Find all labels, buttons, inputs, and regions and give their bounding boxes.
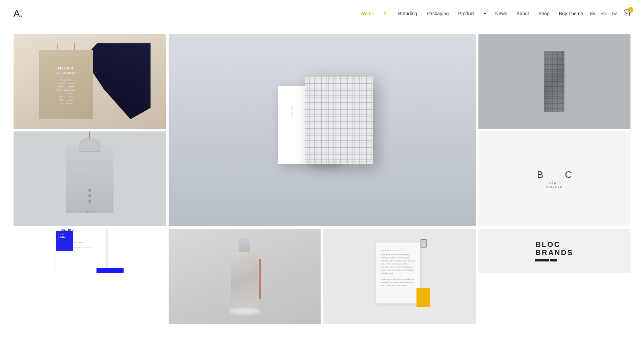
branch-c-letter: C: [565, 169, 572, 180]
social-links: Be. Fb. Tw.: [590, 11, 618, 16]
grid-item-book[interactable]: AVIKA: [169, 34, 476, 226]
look-blue-design: [96, 268, 124, 273]
print-text-block: SUMMER MORNINGS Lorem ipsum dolor sit am…: [376, 242, 420, 294]
print-visual: SUMMER MORNINGS Lorem ipsum dolor sit am…: [369, 239, 430, 314]
jacket-button-3: [88, 200, 91, 203]
nav-buy-theme[interactable]: Buy Theme: [559, 11, 583, 16]
main-content: INTER 19.10.2016 Martin Åren Aron Jelo B…: [0, 27, 644, 331]
branch-logo-line: B C: [537, 169, 572, 180]
portfolio-grid: INTER 19.10.2016 Martin Åren Aron Jelo B…: [14, 34, 630, 324]
branch-middle-line: [544, 175, 564, 175]
bloc-bars: [535, 259, 573, 261]
twitter-link[interactable]: Tw.: [611, 11, 618, 16]
bottle-neck: [239, 238, 250, 252]
bloc-bar-wide: [535, 259, 549, 261]
tote-bag-body: INTER 19.10.2016 Martin Åren Aron Jelo B…: [39, 50, 93, 119]
bottle-visual: [229, 238, 260, 315]
branch-creative-logo: B C branchcreative: [537, 169, 572, 188]
tote-names: Martin Åren Aron Jelo Bruneau Bureau Nil…: [57, 79, 75, 105]
nav-news[interactable]: News: [495, 11, 507, 16]
cube-pattern: [544, 51, 564, 112]
print-header-label: SUMMER MORNINGS: [381, 249, 415, 251]
tote-date: 19.10.2016: [57, 71, 75, 75]
bottle-body: [231, 252, 258, 306]
branch-b-letter: B: [537, 169, 543, 180]
hanger-line: [89, 131, 90, 138]
jacket-hood: [80, 138, 100, 152]
book-pattern-cover: [305, 76, 373, 164]
nav-shop[interactable]: Shop: [538, 11, 550, 16]
bottle-base-shadow: [229, 308, 260, 315]
book-white-cover: AVIKA: [278, 86, 339, 164]
jacket-hanger: [76, 131, 103, 138]
grid-item-tote-bag[interactable]: INTER 19.10.2016 Martin Åren Aron Jelo B…: [14, 34, 166, 129]
look-name-line2: addict: [61, 229, 74, 232]
bloc-text-line2: BRANDS: [535, 249, 573, 257]
nav-branding[interactable]: Branding: [398, 11, 417, 16]
look-blue-card-large: [96, 268, 124, 273]
grid-item-look-addict[interactable]: look addict www.lookaddict.com contact@l…: [14, 229, 166, 273]
tote-visual: INTER 19.10.2016 Martin Åren Aron Jelo B…: [29, 43, 151, 119]
jacket-button-2: [88, 194, 91, 197]
grid-item-print[interactable]: SUMMER MORNINGS Lorem ipsum dolor sit am…: [323, 229, 476, 324]
tote-title: INTER: [58, 66, 74, 70]
main-nav: Works All Branding Packaging Product New…: [361, 11, 583, 16]
look-blue-card-small: lookaddict: [56, 231, 73, 251]
grid-item-bloc-brands[interactable]: BLOC BRANDS: [478, 229, 631, 273]
nav-dot: [484, 13, 486, 14]
grid-item-jacket[interactable]: hibachi: [14, 131, 166, 226]
print-clip: [421, 239, 427, 248]
cart-badge: 0: [628, 7, 633, 13]
grid-item-bottle[interactable]: [169, 229, 321, 324]
person-silhouette: [84, 43, 151, 119]
jacket-button-1: [88, 189, 91, 192]
look-paper-subtitle: www.lookaddict.com: [56, 241, 106, 244]
bottle-strap: [259, 259, 261, 299]
look-addict-visual: look addict www.lookaddict.com contact@l…: [56, 229, 124, 273]
cart-button[interactable]: 0: [623, 9, 630, 18]
book-visual: AVIKA: [271, 76, 373, 184]
book-label: AVIKA: [288, 103, 296, 120]
grid-item-cube[interactable]: [478, 34, 631, 129]
jacket-buttons: [88, 189, 91, 203]
jacket-visual: hibachi: [66, 145, 113, 213]
jacket-label: hibachi: [85, 210, 94, 213]
tote-bag-shape: INTER 19.10.2016 Martin Åren Aron Jelo B…: [39, 50, 93, 119]
look-address: contact@lookaddict.com: [56, 244, 106, 251]
facebook-link[interactable]: Fb.: [601, 11, 607, 16]
print-yellow-element: [416, 288, 430, 307]
look-blue-label: lookaddict: [56, 231, 73, 241]
print-body-text: Lorem ipsum dolor sit amet consectetur a…: [381, 253, 415, 287]
nav-all[interactable]: All: [383, 11, 389, 16]
branch-sub-text: branchcreative: [537, 182, 572, 188]
look-paper-title: look addict: [56, 229, 106, 239]
nav-packaging[interactable]: Packaging: [427, 11, 449, 16]
look-paper: look addict www.lookaddict.com contact@l…: [56, 229, 107, 273]
bloc-brands-logo: BLOC BRANDS: [535, 240, 573, 261]
tote-handle: [58, 43, 74, 50]
grid-item-branch-creative[interactable]: B C branchcreative: [478, 131, 631, 226]
behance-link[interactable]: Be.: [590, 11, 597, 16]
bloc-text-line1: BLOC: [535, 240, 573, 249]
nav-works[interactable]: Works: [361, 11, 374, 16]
print-paper: SUMMER MORNINGS Lorem ipsum dolor sit am…: [376, 242, 420, 303]
header: A. Works All Branding Packaging Product …: [0, 0, 644, 27]
nav-product[interactable]: Product: [458, 11, 474, 16]
nav-about[interactable]: About: [517, 11, 529, 16]
cube-visual: [544, 51, 564, 112]
logo[interactable]: A.: [14, 8, 23, 19]
bloc-bar-narrow: [550, 259, 557, 261]
